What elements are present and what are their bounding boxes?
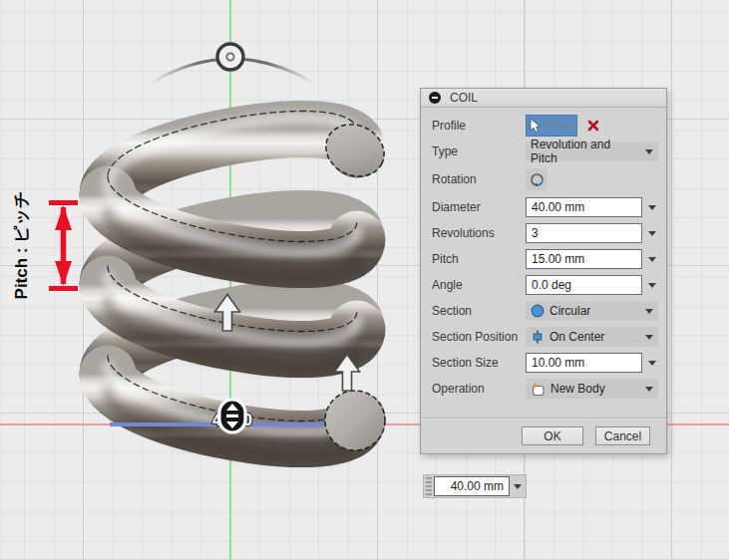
operation-label: Operation: [432, 382, 526, 396]
type-dropdown[interactable]: Revolution and Pitch: [526, 141, 658, 161]
dialog-titlebar[interactable]: COIL: [421, 89, 666, 108]
drag-handle[interactable]: [426, 477, 432, 495]
pitch-label: Pitch: [432, 252, 526, 266]
rotation-icon: [529, 171, 546, 188]
mini-input-dropdown-button[interactable]: [510, 484, 525, 489]
section-size-value: 10.00 mm: [532, 356, 584, 370]
caret-down-icon: [645, 309, 653, 314]
pitch-dimension-arrow: [49, 203, 78, 289]
angle-label: Angle: [432, 278, 526, 292]
diameter-input[interactable]: 40.00 mm: [526, 197, 642, 217]
caret-down-icon: [645, 387, 653, 392]
revolutions-label: Revolutions: [432, 226, 526, 240]
section-position-value: On Center: [549, 330, 604, 344]
rotation-direction-button[interactable]: [526, 168, 547, 190]
operation-dropdown[interactable]: New Body: [526, 379, 658, 399]
type-label: Type: [432, 144, 526, 158]
ok-button[interactable]: OK: [522, 426, 583, 445]
section-size-label: Section Size: [432, 356, 526, 370]
caret-down-icon[interactable]: [648, 361, 656, 366]
section-size-row: Section Size 10.00 mm: [432, 353, 658, 373]
pitch-row: Pitch 15.00 mm: [432, 249, 658, 269]
on-center-icon: [531, 330, 545, 344]
caret-down-icon: [645, 335, 653, 340]
cursor-icon: [530, 119, 543, 134]
section-row: Section Circular: [432, 301, 658, 321]
caret-down-icon[interactable]: [648, 257, 656, 262]
section-position-row: Section Position On Center: [432, 327, 658, 347]
in-canvas-value-toolbar: 40.00 mm: [423, 474, 527, 498]
angle-input[interactable]: 0.0 deg: [526, 275, 642, 295]
diameter-value: 40.00 mm: [532, 200, 584, 214]
pitch-input[interactable]: 15.00 mm: [526, 249, 642, 269]
caret-down-icon[interactable]: [648, 283, 656, 288]
caret-down-icon[interactable]: [648, 231, 656, 236]
operation-value: New Body: [550, 382, 605, 396]
diameter-mini-value: 40.00 mm: [451, 479, 504, 493]
section-position-dropdown[interactable]: On Center: [526, 327, 658, 347]
angle-value: 0.0 deg: [532, 278, 571, 292]
profile-label: Profile: [432, 119, 526, 133]
caret-down-icon: [514, 484, 522, 489]
diameter-mini-input[interactable]: 40.00 mm: [434, 476, 510, 496]
type-row: Type Revolution and Pitch: [432, 141, 658, 161]
dialog-footer: OK Cancel: [421, 418, 666, 453]
new-body-icon: [531, 382, 546, 397]
circular-section-icon: [531, 304, 545, 318]
rotation-row: Rotation: [432, 167, 658, 191]
profile-chip-label: Plane: [546, 120, 573, 132]
revolutions-value: 3: [532, 226, 539, 240]
rotation-label: Rotation: [432, 172, 526, 186]
model-viewport: 40.00 Pitch : ピッチ COIL Profile: [0, 0, 729, 560]
collapse-icon[interactable]: [429, 92, 441, 104]
dialog-title: COIL: [450, 91, 478, 105]
section-dropdown[interactable]: Circular: [526, 301, 658, 321]
coil-dialog: COIL Profile Plane: [420, 88, 667, 454]
section-size-input[interactable]: 10.00 mm: [526, 353, 642, 373]
diameter-label: Diameter: [432, 200, 526, 214]
dialog-body: Profile Plane Type: [421, 108, 666, 418]
profile-row: Profile Plane: [432, 116, 658, 136]
type-value: Revolution and Pitch: [531, 138, 640, 165]
revolutions-row: Revolutions 3: [432, 223, 658, 243]
section-position-label: Section Position: [432, 330, 526, 344]
profile-selection-chip[interactable]: Plane: [526, 115, 577, 137]
caret-down-icon: [645, 149, 653, 154]
caret-down-icon[interactable]: [648, 205, 656, 210]
remove-selection-button[interactable]: [587, 120, 599, 132]
diameter-row: Diameter 40.00 mm: [432, 197, 658, 217]
pitch-annotation-label: Pitch : ピッチ: [12, 191, 31, 300]
delete-x-icon: [587, 120, 599, 132]
diameter-drag-icon[interactable]: [219, 400, 245, 432]
rotate-manipulator[interactable]: [150, 44, 315, 84]
cancel-button[interactable]: Cancel: [595, 426, 650, 445]
pitch-value: 15.00 mm: [532, 252, 584, 266]
angle-row: Angle 0.0 deg: [432, 275, 658, 295]
section-label: Section: [432, 304, 526, 318]
section-value: Circular: [549, 304, 590, 318]
revolutions-input[interactable]: 3: [526, 223, 642, 243]
operation-row: Operation New Body: [432, 379, 658, 399]
